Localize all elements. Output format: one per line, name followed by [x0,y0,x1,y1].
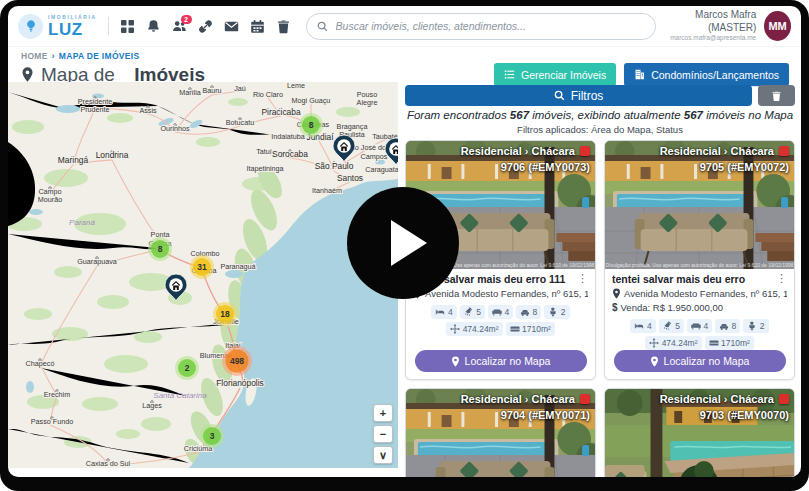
card-menu-button[interactable]: ⋮ [772,273,787,284]
svg-text:2: 2 [185,363,190,373]
results-panel: Filtros Foram encontrados 567 imóveis, e… [405,85,795,477]
property-card: Residencial › Chácara 9704 (#EMY0071) Di… [405,388,596,477]
map-state-label: Paraná [69,218,95,227]
play-button[interactable] [347,187,459,299]
map-city-label: Indaiatuba [271,132,305,141]
map-city-label: Londrina [96,150,129,160]
zoom-in-button[interactable]: + [373,404,393,422]
brand-logo[interactable]: IMOBILIÁRIA LUZ [18,14,97,39]
search-input[interactable] [334,19,645,33]
shower-icon [663,321,673,331]
global-search [306,13,656,40]
map-city-label: Passo Fundo [31,417,73,426]
play-icon [391,220,427,266]
map-city-label: Botucatu [226,118,254,127]
map-city-label: Paranaguá [220,262,255,271]
area-icon [450,324,460,334]
svg-text:31: 31 [197,262,207,272]
svg-text:8: 8 [158,244,163,254]
feature-land: 1710m² [506,322,555,336]
page-actions: Gerenciar Imóveis Condomínios/Lançamento… [494,63,789,86]
map-city-label: Rio Claro [253,90,283,99]
bed-icon [634,321,644,331]
apps-icon[interactable] [120,19,135,34]
map-city-label: São Paulo [315,161,354,171]
search-icon [554,90,565,101]
map-cluster[interactable]: 3 [200,424,224,448]
map-city-label: CampoMourão [38,187,62,204]
user-menu[interactable]: Marcos Mafra (MASTER) marcos.mafra@apres… [656,9,756,42]
property-ref: 9705 (#EMY0072) [660,160,789,175]
locate-on-map-button[interactable]: Localizar no Mapa [614,350,786,372]
status-icon [779,394,789,404]
map-city-label: Itapetininga [246,164,283,173]
clear-filters-button[interactable] [758,85,795,106]
land-icon [510,324,520,334]
brand-name: LUZ [48,21,97,38]
feature-toilet: 2 [544,305,569,319]
trash-icon [771,90,782,102]
map-city-label: Santos [337,173,363,183]
property-ref: 9706 (#EMY0073) [461,160,590,175]
dollar-icon: $ [612,302,618,313]
filters-button[interactable]: Filtros [405,85,752,106]
toilet-icon [548,307,558,317]
calendar-icon[interactable] [250,19,265,34]
feature-car: 8 [516,305,541,319]
map-city-label: Tatuí [256,147,272,156]
photo-watermark: Divulgação proibida. Uso apenas com auto… [605,262,794,268]
app-content: IMOBILIÁRIA LUZ 2 [8,6,801,477]
locate-on-map-button[interactable]: Localizar no Mapa [415,350,587,372]
bell-icon[interactable] [146,19,161,34]
user-name: Marcos Mafra (MASTER) [656,9,756,34]
mail-icon[interactable] [224,19,239,34]
map-zoom-controls: + − ∨ [373,404,393,464]
map-city-label: Bauru [202,86,221,95]
search-icon [317,21,328,32]
property-photo[interactable]: Residencial › Chácara 9704 (#EMY0071) Di… [406,389,595,477]
map-cluster[interactable]: 498 [222,346,252,376]
breadcrumb: HOME › MAPA DE IMÓVEIS [8,47,801,61]
map-cluster[interactable]: 8 [148,237,172,261]
map-city-label: Caxias do Sul [86,459,131,468]
feature-area: 474.24m² [645,336,701,350]
map-city-label: Guarapuava [77,257,117,266]
notification-badge: 2 [181,15,192,24]
feature-land: 1710m² [705,336,754,350]
bed-icon [435,307,445,317]
breadcrumb-home[interactable]: HOME [21,51,48,61]
list-icon [504,69,515,80]
manage-properties-button[interactable]: Gerenciar Imóveis [494,63,616,86]
results-summary: Foram encontrados 567 imóveis, exibindo … [405,109,795,122]
property-ref: 9704 (#EMY0071) [461,408,590,423]
map-cluster[interactable]: 8 [299,113,323,137]
area-icon [649,338,659,348]
trash-icon[interactable] [276,19,291,34]
properties-map[interactable]: PresidentePrudenteMaríliaAssisOurinhosLo… [8,82,398,468]
svg-text:3: 3 [210,431,215,441]
avatar[interactable]: MM [764,11,791,41]
map-city-label: Ourinhos [160,124,190,133]
breadcrumb-current[interactable]: MAPA DE IMÓVEIS [59,51,140,61]
condos-launches-button[interactable]: Condomínios/Lançamentos [624,63,789,86]
property-category: Residencial › Chácara [461,392,590,407]
users-icon[interactable]: 2 [172,19,187,34]
map-cluster[interactable]: 18 [213,302,237,326]
zoom-out-button[interactable]: − [373,425,393,443]
applied-filters: Filtros aplicados: Área do Mapa, Status [405,124,795,135]
link-icon[interactable] [198,19,213,34]
map-city-label: Marília [179,88,201,97]
card-menu-button[interactable]: ⋮ [573,273,588,284]
map-pin-icon [612,288,621,299]
property-photo[interactable]: Residencial › Chácara 9703 (#EMY0070) Di… [605,389,794,477]
car-icon [520,307,530,317]
property-card: Residencial › Chácara 9705 (#EMY0072) Di… [604,140,795,380]
sofa-icon [492,307,502,317]
user-email: marcos.mafra@apresenta.me [656,34,756,42]
map-pin-icon [451,356,460,367]
map-cluster[interactable]: 2 [175,356,199,380]
toolbar-icons: 2 [120,19,291,34]
map-expand-button[interactable]: ∨ [373,446,393,464]
property-photo[interactable]: Residencial › Chácara 9705 (#EMY0072) Di… [605,141,794,269]
map-cluster[interactable]: 31 [190,255,214,279]
